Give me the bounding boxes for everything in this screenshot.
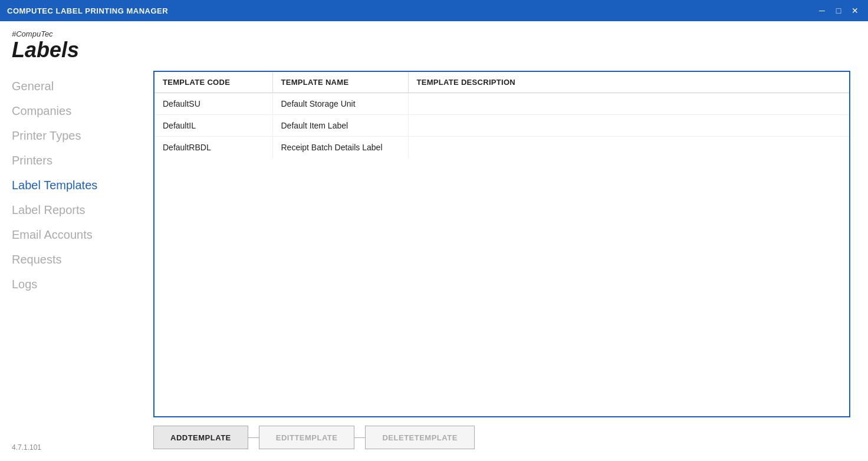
logo-area: #CompuTec Labels [0,21,868,68]
sidebar-item-printer-types[interactable]: Printer Types [12,123,153,148]
cell-code: DefaultSU [154,93,272,114]
add-template-button[interactable]: ADDTEMPLATE [153,426,248,449]
cell-name: Receipt Batch Details Label [272,136,408,158]
table-row[interactable]: DefaultILDefault Item Label [154,114,849,136]
cell-desc [408,114,849,136]
cell-desc [408,136,849,158]
window-controls: ─ □ ✕ [816,5,861,17]
cell-code: DefaultIL [154,114,272,136]
connector-2 [354,437,365,438]
col-header-code: TEMPLATE CODE [154,72,272,93]
sidebar-item-label-reports[interactable]: Label Reports [12,197,153,222]
sidebar: General Companies Printer Types Printers… [0,68,153,449]
sidebar-item-label-templates[interactable]: Label Templates [12,173,153,197]
sidebar-item-printers[interactable]: Printers [12,148,153,173]
sidebar-item-email-accounts[interactable]: Email Accounts [12,222,153,247]
delete-template-button[interactable]: DELETETEMPLATE [365,426,474,449]
sidebar-item-logs[interactable]: Logs [12,272,153,297]
templates-table-container: TEMPLATE CODE TEMPLATE NAME TEMPLATE DES… [153,71,850,417]
cell-name: Default Storage Unit [272,93,408,114]
cell-code: DefaultRBDL [154,136,272,158]
logo-labels: Labels [12,38,856,62]
table-header-row: TEMPLATE CODE TEMPLATE NAME TEMPLATE DES… [154,72,849,93]
templates-table: TEMPLATE CODE TEMPLATE NAME TEMPLATE DES… [154,72,849,158]
table-row[interactable]: DefaultSUDefault Storage Unit [154,93,849,114]
edit-template-button[interactable]: EDITTEMPLATE [259,426,355,449]
connector-1 [248,437,259,438]
logo-hashtag: #CompuTec [12,29,856,38]
version-label: 4.7.1.101 [12,443,41,452]
col-header-name: TEMPLATE NAME [272,72,408,93]
button-bar: ADDTEMPLATE EDITTEMPLATE DELETETEMPLATE [153,426,850,449]
title-bar: COMPUTEC LABEL PRINTING MANAGER ─ □ ✕ [0,0,868,21]
maximize-button[interactable]: □ [833,5,844,17]
sidebar-item-general[interactable]: General [12,74,153,98]
sidebar-item-requests[interactable]: Requests [12,247,153,272]
app-title: COMPUTEC LABEL PRINTING MANAGER [7,6,168,15]
main-content: TEMPLATE CODE TEMPLATE NAME TEMPLATE DES… [153,68,868,449]
minimize-button[interactable]: ─ [816,5,828,17]
cell-desc [408,93,849,114]
cell-name: Default Item Label [272,114,408,136]
col-header-desc: TEMPLATE DESCRIPTION [408,72,849,93]
sidebar-item-companies[interactable]: Companies [12,98,153,123]
content-area: General Companies Printer Types Printers… [0,68,868,461]
main-container: #CompuTec Labels General Companies Print… [0,21,868,461]
table-row[interactable]: DefaultRBDLReceipt Batch Details Label [154,136,849,158]
close-button[interactable]: ✕ [849,5,861,17]
